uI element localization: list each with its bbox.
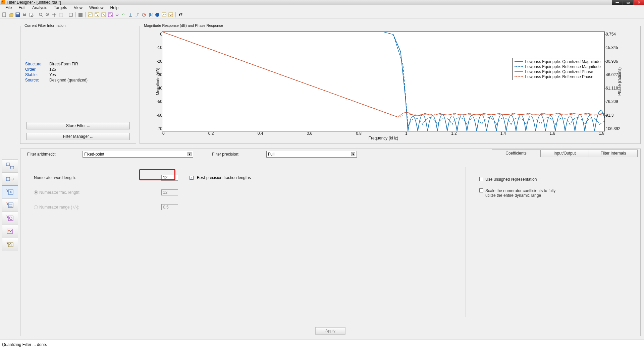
svg-point-20 xyxy=(142,13,146,16)
menu-targets[interactable]: Targets xyxy=(51,5,70,10)
sidebar-import-filter-icon[interactable] xyxy=(2,172,18,186)
phase-response-icon[interactable] xyxy=(101,12,107,18)
svg-rect-1 xyxy=(16,13,20,17)
svg-text:×: × xyxy=(143,12,146,17)
best-precision-label: Best-precision fraction lengths xyxy=(197,175,251,180)
plot-panel: Magnitude Response (dB) and Phase Respon… xyxy=(140,26,641,144)
filter-manager-button[interactable]: Filter Manager ... xyxy=(26,133,130,140)
numerator-word-length-label: Numerator word length: xyxy=(34,175,138,180)
phase-delay-icon[interactable] xyxy=(121,12,127,18)
sidebar-multirate-icon[interactable] xyxy=(2,212,18,225)
highlight-annotation xyxy=(139,169,175,180)
print-preview-icon[interactable] xyxy=(28,12,34,18)
pan-icon[interactable] xyxy=(51,12,57,18)
maximize-button[interactable]: ▭ xyxy=(623,0,633,5)
store-filter-button[interactable]: Store Filter ... xyxy=(26,122,130,129)
svg-rect-13 xyxy=(78,13,83,17)
plot-svg xyxy=(162,32,604,131)
menu-window[interactable]: Window xyxy=(86,5,107,10)
sidebar-quantization-icon[interactable] xyxy=(2,238,18,251)
zoom-in-icon[interactable] xyxy=(38,12,44,18)
y-axis-left-label: Magnitude (dB) xyxy=(156,68,160,95)
zoom-fit-icon[interactable] xyxy=(58,12,64,18)
menu-analysis[interactable]: Analysis xyxy=(29,5,51,10)
new-icon[interactable] xyxy=(1,12,7,18)
round-icon[interactable] xyxy=(161,12,167,18)
group-delay-icon[interactable] xyxy=(114,12,120,18)
print-icon[interactable] xyxy=(21,12,28,18)
mag-response-icon[interactable] xyxy=(94,12,100,18)
numerator-range-input xyxy=(161,204,178,210)
quantization-panel: Filter arithmetic: Fixed-point ▾ Filter … xyxy=(20,149,641,336)
svg-rect-39 xyxy=(7,229,12,234)
menu-help[interactable]: Help xyxy=(107,5,122,10)
unsigned-representation-label: Use unsigned representation xyxy=(485,177,537,182)
best-precision-checkbox[interactable]: ✓ xyxy=(190,176,194,180)
minimize-button[interactable]: — xyxy=(612,0,623,5)
numerator-frac-length-label: Numerator frac. length: xyxy=(39,190,80,195)
close-button[interactable]: ✕ xyxy=(633,0,644,5)
info-source-label: Source: xyxy=(25,78,49,82)
filter-precision-label: Filter precision: xyxy=(212,152,239,157)
svg-text:[b]: [b] xyxy=(149,12,153,17)
svg-rect-17 xyxy=(108,13,112,17)
sidebar-design-filter-icon[interactable] xyxy=(2,159,18,173)
sidebar-realize-model-icon[interactable] xyxy=(2,198,18,212)
noise-icon[interactable] xyxy=(168,12,174,18)
pole-zero-icon[interactable]: × xyxy=(141,12,147,18)
menu-view[interactable]: View xyxy=(70,5,86,10)
unsigned-representation-checkbox[interactable] xyxy=(479,177,483,181)
filter-arithmetic-dropdown[interactable]: Fixed-point ▾ xyxy=(83,151,193,158)
svg-rect-14 xyxy=(88,13,92,17)
menu-bar: File Edit Analysis Targets View Window H… xyxy=(0,5,644,11)
mag-phase-icon[interactable] xyxy=(107,12,113,18)
scale-coefficients-label: Scale the numerator coefficients to full… xyxy=(485,188,559,198)
sidebar-pole-zero-editor-icon[interactable] xyxy=(2,185,18,199)
menu-file[interactable]: File xyxy=(2,5,15,10)
plot-axes[interactable]: 0-10-20-30-40-50-60-70 -0.754-15.845-30.… xyxy=(162,32,605,131)
tab-filter-internals[interactable]: Filter Internals xyxy=(589,150,638,157)
svg-rect-25 xyxy=(162,13,166,17)
numerator-range-label: Numerator range (+/-): xyxy=(39,205,79,210)
toolbar: × [b] i ? xyxy=(0,11,644,18)
svg-rect-32 xyxy=(8,190,13,194)
mode-sidebar xyxy=(2,159,18,251)
filter-precision-value: Full xyxy=(268,152,274,157)
status-text: Quantizing Filter ... done. xyxy=(2,342,47,347)
svg-rect-12 xyxy=(69,13,72,16)
plot-legend-title: Magnitude Response (dB) and Phase Respon… xyxy=(143,23,224,27)
info-structure-value: Direct-Form FIR xyxy=(49,62,78,66)
scale-coefficients-checkbox[interactable] xyxy=(479,188,483,192)
svg-point-38 xyxy=(9,217,12,220)
svg-point-33 xyxy=(10,191,11,193)
zoom-out-icon[interactable] xyxy=(45,12,51,18)
filter-arithmetic-value: Fixed-point xyxy=(84,152,104,157)
svg-rect-11 xyxy=(59,13,63,16)
full-view-icon[interactable] xyxy=(77,12,84,18)
apply-button[interactable]: Apply xyxy=(315,327,345,335)
coefficients-icon[interactable]: [b] xyxy=(148,12,154,18)
svg-text:i: i xyxy=(157,12,158,17)
sidebar-transform-icon[interactable] xyxy=(2,225,18,238)
restore-view-icon[interactable] xyxy=(68,12,74,18)
filter-info-panel: Current Filter Information Structure:Dir… xyxy=(20,26,136,144)
spec-icon[interactable] xyxy=(87,12,93,18)
svg-rect-37 xyxy=(8,216,13,221)
svg-rect-28 xyxy=(6,163,10,166)
tab-coefficients[interactable]: Coefficients xyxy=(492,150,540,157)
tab-input-output[interactable]: Input/Output xyxy=(540,150,589,157)
svg-rect-26 xyxy=(169,13,173,17)
svg-line-8 xyxy=(42,15,43,17)
save-icon[interactable] xyxy=(15,12,21,18)
filter-precision-dropdown[interactable]: Full ▾ xyxy=(266,151,357,158)
open-icon[interactable] xyxy=(8,12,14,18)
chevron-down-icon: ▾ xyxy=(351,152,355,156)
impulse-icon[interactable] xyxy=(127,12,133,18)
vertical-divider xyxy=(466,167,466,317)
app-icon xyxy=(1,0,5,4)
context-help-icon[interactable]: ? xyxy=(177,12,183,18)
menu-edit[interactable]: Edit xyxy=(15,5,29,10)
step-icon[interactable] xyxy=(134,12,140,18)
info-icon[interactable]: i xyxy=(154,12,160,18)
numerator-frac-length-input xyxy=(161,189,178,195)
